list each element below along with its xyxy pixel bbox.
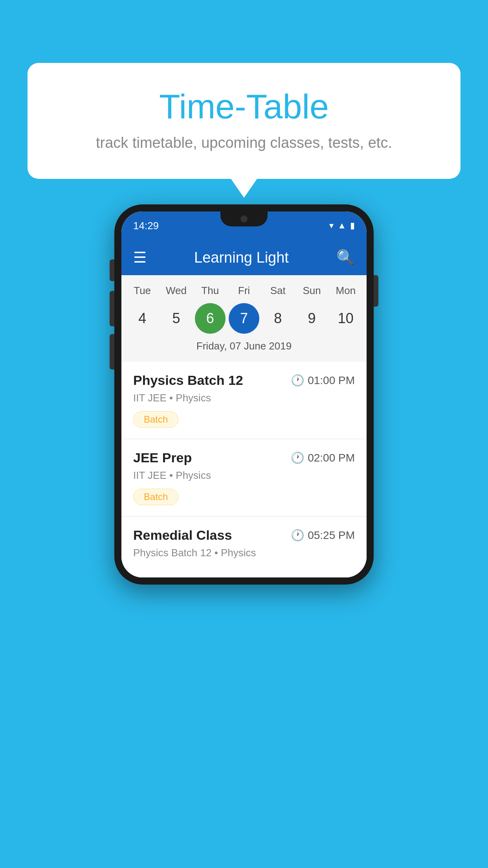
class-time-2: 🕐 02:00 PM <box>291 451 355 464</box>
day-header-thu: Thu <box>195 285 226 297</box>
speech-bubble: Time-Table track timetable, upcoming cla… <box>28 63 460 179</box>
wifi-icon: ▾ <box>329 221 334 231</box>
class-time-1: 🕐 01:00 PM <box>291 374 355 387</box>
hamburger-menu-icon[interactable]: ☰ <box>133 249 147 266</box>
day-headers: Tue Wed Thu Fri Sat Sun Mon <box>121 285 367 297</box>
status-time: 14:29 <box>133 220 159 232</box>
batch-badge-1: Batch <box>133 411 178 428</box>
power-button <box>374 275 378 307</box>
day-8[interactable]: 8 <box>262 303 293 334</box>
day-numbers: 4 5 6 7 8 9 10 <box>121 303 367 334</box>
notch <box>220 211 268 226</box>
clock-icon-3: 🕐 <box>291 529 305 542</box>
class-list: Physics Batch 12 🕐 01:00 PM IIT JEE • Ph… <box>121 362 367 577</box>
day-7-selected[interactable]: 7 <box>229 303 259 334</box>
app-bar: ☰ Learning Light 🔍 <box>121 240 367 275</box>
battery-icon: ▮ <box>350 221 355 231</box>
day-header-tue: Tue <box>127 285 158 297</box>
selected-date-label: Friday, 07 June 2019 <box>121 340 367 358</box>
day-6-today[interactable]: 6 <box>195 303 226 334</box>
front-camera <box>240 215 248 223</box>
app-bar-title: Learning Light <box>194 249 289 266</box>
search-icon[interactable]: 🔍 <box>336 249 355 266</box>
volume-up-button <box>110 259 114 281</box>
class-item-3[interactable]: Remedial Class 🕐 05:25 PM Physics Batch … <box>121 517 367 577</box>
status-bar: 14:29 ▾ ▲ ▮ <box>121 211 367 240</box>
day-10[interactable]: 10 <box>330 303 361 334</box>
day-header-wed: Wed <box>161 285 191 297</box>
phone-outer-shell: 14:29 ▾ ▲ ▮ ☰ Learning Light 🔍 Tue <box>114 204 374 585</box>
clock-icon-1: 🕐 <box>291 374 305 387</box>
class-item-header-1: Physics Batch 12 🕐 01:00 PM <box>133 373 355 388</box>
class-subtitle-3: Physics Batch 12 • Physics <box>133 547 355 559</box>
class-name-3: Remedial Class <box>133 528 232 543</box>
class-item-2[interactable]: JEE Prep 🕐 02:00 PM IIT JEE • Physics Ba… <box>121 439 367 517</box>
volume-down-button <box>110 291 114 326</box>
class-name-2: JEE Prep <box>133 450 192 465</box>
calendar-strip: Tue Wed Thu Fri Sat Sun Mon 4 5 6 7 8 9 … <box>121 275 367 362</box>
status-icons: ▾ ▲ ▮ <box>329 221 355 231</box>
class-item-header-3: Remedial Class 🕐 05:25 PM <box>133 528 355 543</box>
class-subtitle-2: IIT JEE • Physics <box>133 469 355 482</box>
speech-bubble-container: Time-Table track timetable, upcoming cla… <box>28 63 460 179</box>
batch-badge-2: Batch <box>133 489 178 505</box>
class-item-1[interactable]: Physics Batch 12 🕐 01:00 PM IIT JEE • Ph… <box>121 362 367 439</box>
class-subtitle-1: IIT JEE • Physics <box>133 392 355 404</box>
day-4[interactable]: 4 <box>127 303 158 334</box>
signal-icon: ▲ <box>338 221 346 231</box>
class-name-1: Physics Batch 12 <box>133 373 243 388</box>
phone-screen: 14:29 ▾ ▲ ▮ ☰ Learning Light 🔍 Tue <box>121 211 367 577</box>
day-9[interactable]: 9 <box>297 303 327 334</box>
day-header-sun: Sun <box>297 285 327 297</box>
silent-button <box>110 334 114 370</box>
day-header-sat: Sat <box>262 285 293 297</box>
bubble-subtitle: track timetable, upcoming classes, tests… <box>59 134 429 151</box>
class-item-header-2: JEE Prep 🕐 02:00 PM <box>133 450 355 465</box>
day-header-mon: Mon <box>330 285 361 297</box>
clock-icon-2: 🕐 <box>291 451 305 464</box>
phone-mockup: 14:29 ▾ ▲ ▮ ☰ Learning Light 🔍 Tue <box>114 204 374 585</box>
day-header-fri: Fri <box>229 285 259 297</box>
bubble-title: Time-Table <box>59 86 429 127</box>
class-time-3: 🕐 05:25 PM <box>291 529 355 542</box>
day-5[interactable]: 5 <box>161 303 191 334</box>
